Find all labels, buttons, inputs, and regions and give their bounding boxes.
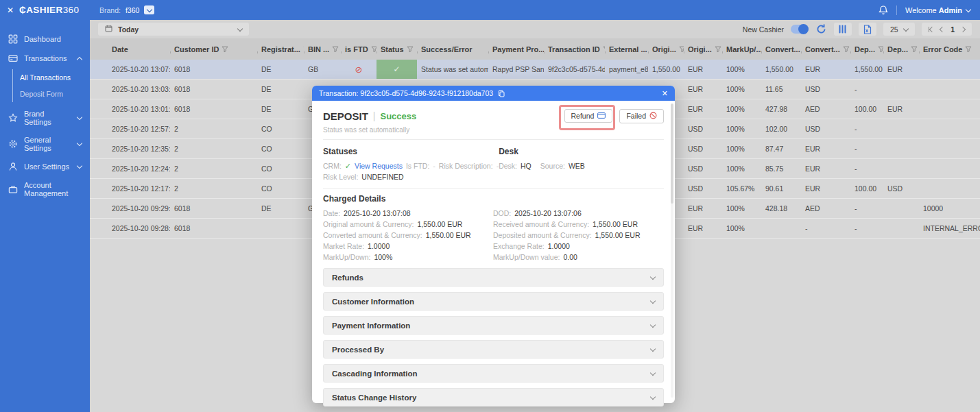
col-header-original-currency[interactable]: Origi... xyxy=(684,45,722,53)
cell-date: 2025-10-20 13:01:29 xyxy=(90,99,170,119)
sidebar-item-account-management[interactable]: Account Management xyxy=(0,176,90,202)
cell-customer-id: 6018 xyxy=(170,60,257,79)
col-header-converted-currency[interactable]: Convert... xyxy=(801,45,850,53)
welcome-text: Welcome Admin xyxy=(905,6,962,14)
refresh-icon[interactable] xyxy=(815,23,827,35)
filter-funnel-icon[interactable] xyxy=(878,46,883,53)
col-header-customer-id[interactable]: Customer ID xyxy=(170,45,257,53)
check-icon: ✓ xyxy=(345,162,351,171)
sidebar-item-general-settings[interactable]: General Settings xyxy=(0,131,90,157)
col-header-error-code[interactable]: Error Code xyxy=(919,45,980,53)
chevron-down-icon xyxy=(77,114,82,120)
filter-funnel-icon[interactable] xyxy=(407,46,414,53)
col-header-external-id[interactable]: External ... xyxy=(605,45,648,53)
accordion-section[interactable]: Refunds xyxy=(323,268,664,287)
cell-date: 2025-10-20 13:07:08 xyxy=(90,60,170,79)
detail-row: Converted amount & Currency: 1,550.00 EU… xyxy=(323,230,493,241)
page-size-value: 25 xyxy=(890,25,898,34)
col-header-success-error[interactable]: Success/Error xyxy=(417,45,488,53)
cell-deposited-amount: - xyxy=(850,139,883,158)
cell-date: 2025-10-20 12:24:27 xyxy=(90,159,170,178)
cell-error-code xyxy=(919,119,980,138)
columns-settings-button[interactable] xyxy=(834,23,852,36)
view-requests-link[interactable]: View Requests xyxy=(355,162,403,170)
accordion-section[interactable]: Cascading Information xyxy=(323,364,664,383)
cell-date: 2025-10-20 13:03:46 xyxy=(90,80,170,99)
cell-markup: 100% xyxy=(722,199,761,218)
filter-funnel-icon[interactable] xyxy=(371,46,377,53)
current-page: 1 xyxy=(951,25,955,34)
star-icon xyxy=(8,113,18,123)
col-header-payment-provider[interactable]: Payment Pro... xyxy=(488,45,544,53)
table-row[interactable]: 2025-10-20 13:07:08 6018 DE GB ⊘ ✓ Statu… xyxy=(90,60,980,80)
modal-scrollbar[interactable] xyxy=(671,104,673,398)
cell-error-code: INTERNAL_ERROR xyxy=(919,219,980,238)
accordion-section[interactable]: Payment Information xyxy=(323,316,664,335)
refund-button[interactable]: Refund xyxy=(564,109,613,123)
sidebar-item-dashboard[interactable]: Dashboard xyxy=(0,29,90,49)
col-header-original-amount[interactable]: Origi... xyxy=(648,45,684,53)
sidebar-collapse-icon[interactable]: ✕ xyxy=(7,5,14,15)
sidebar-item-transactions[interactable]: Transactions xyxy=(0,49,90,68)
filter-funnel-icon[interactable] xyxy=(332,46,339,53)
col-header-bin[interactable]: BIN ... xyxy=(304,45,341,53)
col-header-markup[interactable]: MarkUp/... xyxy=(722,45,761,53)
cell-registration: CO xyxy=(257,179,304,198)
divider xyxy=(323,188,664,189)
new-cashier-toggle[interactable] xyxy=(791,25,809,34)
col-header-date[interactable]: Date xyxy=(90,45,170,53)
filter-funnel-icon[interactable] xyxy=(965,46,972,53)
col-header-converted-amount[interactable]: Convert... xyxy=(761,45,801,53)
accordion-section[interactable]: Status Change History xyxy=(323,388,664,407)
cell-deposited-amount: - xyxy=(850,119,883,138)
col-header-is-ftd[interactable]: is FTD xyxy=(341,45,377,53)
col-header-deposited-currency[interactable]: Dep... xyxy=(883,45,919,53)
filter-funnel-icon[interactable] xyxy=(843,46,850,53)
sidebar-item-label: Account Management xyxy=(24,181,82,197)
filter-funnel-icon[interactable] xyxy=(911,46,918,53)
failed-button[interactable]: Failed xyxy=(619,109,664,123)
divider xyxy=(323,139,664,140)
previous-page-button[interactable] xyxy=(940,27,944,32)
next-page-button[interactable] xyxy=(961,27,965,32)
notifications-bell-icon[interactable] xyxy=(879,5,888,15)
table-header: Date Customer ID Registrat... BIN ... is… xyxy=(90,38,980,60)
cell-success-error: Status was set automatic... xyxy=(417,60,488,79)
cell-bin: GB xyxy=(304,60,341,79)
sidebar-item-label: Transactions xyxy=(24,54,71,62)
filter-funnel-icon[interactable] xyxy=(715,46,721,53)
col-header-transaction-id[interactable]: Transaction ID xyxy=(544,45,605,53)
filter-funnel-icon[interactable] xyxy=(222,46,228,53)
sidebar-item-user-settings[interactable]: User Settings xyxy=(0,157,90,176)
cell-deposited-currency xyxy=(883,80,919,99)
cell-converted-amount: 427.98 xyxy=(761,99,801,119)
cell-converted-currency: EUR xyxy=(801,159,850,178)
modal-header[interactable]: Transaction: 9f2c3c05-d575-4d96-9243-f91… xyxy=(312,86,675,101)
col-header-status[interactable]: Status xyxy=(377,45,417,53)
col-header-registration[interactable]: Registrat... xyxy=(257,45,304,53)
cell-deposited-currency: USD xyxy=(883,179,919,198)
sidebar-item-brand-settings[interactable]: Brand Settings xyxy=(0,105,90,131)
sidebar-item-all-transactions[interactable]: All Transactions xyxy=(13,69,90,86)
filter-funnel-icon[interactable] xyxy=(679,46,684,53)
brand-dropdown-button[interactable] xyxy=(144,5,154,14)
topbar-right: Welcome Admin xyxy=(879,5,970,15)
cell-converted-currency: EUR xyxy=(801,139,850,158)
accordion-section[interactable]: Customer Information xyxy=(323,292,664,311)
source-value: WEB xyxy=(569,162,585,170)
page-size-dropdown[interactable]: 25 xyxy=(883,23,915,36)
transaction-modal: Transaction: 9f2c3c05-d575-4d96-9243-f91… xyxy=(312,86,675,403)
charged-details-heading: Charged Details xyxy=(323,194,664,204)
statuses-desk-section: Statuses CRM: ✓ View Requests Is FTD: - … xyxy=(323,145,664,182)
first-page-button[interactable] xyxy=(929,27,935,32)
export-excel-button[interactable] xyxy=(859,23,876,36)
col-header-deposited-amount[interactable]: Dep... xyxy=(850,45,883,53)
close-icon[interactable]: ✕ xyxy=(662,89,668,98)
user-menu[interactable]: Welcome Admin xyxy=(905,6,970,14)
cell-payment-provider: Rapyd PSP Sandbo... xyxy=(488,60,544,79)
accordion-section[interactable]: Processed By xyxy=(323,340,664,359)
sidebar-item-deposit-form[interactable]: Deposit Form xyxy=(13,86,90,102)
sidebar-logo-row: ✕ ₵ASHIER360 xyxy=(0,0,90,20)
date-range-dropdown[interactable]: Today xyxy=(98,23,249,36)
copy-icon[interactable] xyxy=(498,90,505,97)
